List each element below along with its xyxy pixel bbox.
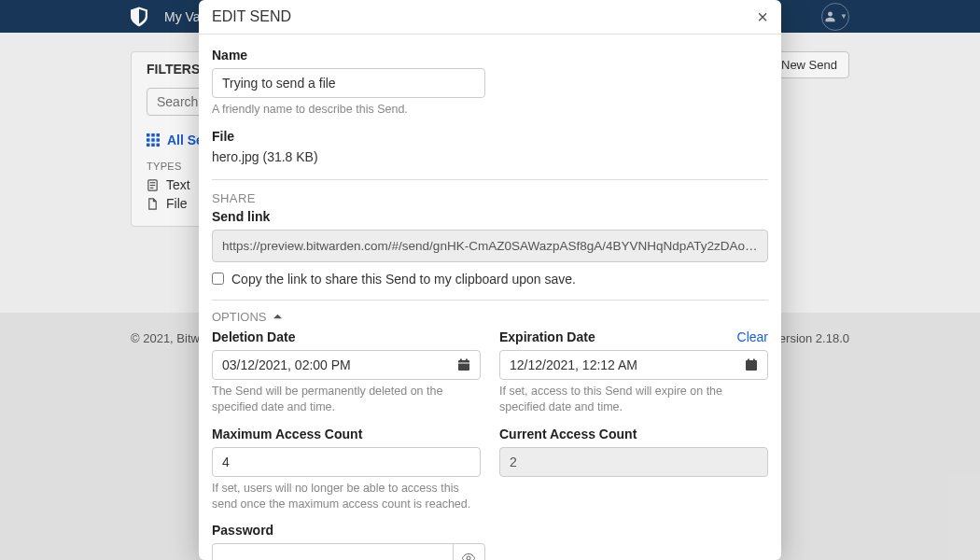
deletion-date-label: Deletion Date (212, 329, 481, 344)
password-input[interactable] (212, 543, 453, 560)
svg-rect-1 (151, 133, 155, 137)
send-link-label: Send link (212, 209, 768, 224)
svg-rect-4 (151, 138, 155, 142)
deletion-help: The Send will be permanently deleted on … (212, 384, 481, 415)
svg-rect-20 (753, 358, 755, 361)
max-access-label: Maximum Access Count (212, 427, 481, 441)
file-value: hero.jpg (31.8 KB) (212, 149, 768, 164)
file-label: File (212, 129, 768, 144)
clear-expiration-button[interactable]: Clear (737, 329, 768, 344)
max-access-input[interactable] (212, 447, 481, 477)
svg-rect-5 (157, 138, 161, 142)
modal-title: EDIT SEND (212, 8, 291, 25)
current-access-label: Current Access Count (499, 427, 768, 441)
toggle-password-button[interactable] (453, 543, 485, 560)
text-icon (147, 179, 159, 191)
svg-rect-19 (748, 358, 749, 361)
avatar-icon (823, 9, 837, 23)
chevron-up-icon (273, 312, 283, 322)
expiration-help: If set, access to this Send will expire … (499, 384, 768, 415)
caret-down-icon: ▼ (840, 12, 847, 21)
svg-rect-16 (460, 358, 462, 361)
svg-rect-6 (147, 144, 150, 147)
share-section: SHARE (212, 179, 768, 205)
copy-on-save-row[interactable]: Copy the link to share this Send to my c… (212, 272, 768, 287)
svg-point-21 (467, 556, 470, 560)
expiration-date-label: Expiration Date (499, 329, 595, 344)
name-input[interactable] (212, 68, 485, 98)
send-link-value[interactable]: https://preview.bitwarden.com/#/send/gnH… (212, 230, 768, 262)
current-access-value (499, 447, 768, 477)
svg-rect-8 (157, 144, 161, 147)
copy-on-save-label: Copy the link to share this Send to my c… (231, 272, 576, 287)
options-toggle[interactable]: OPTIONS (212, 301, 768, 324)
deletion-date-input[interactable]: 03/12/2021, 02:00 PM (212, 350, 481, 380)
close-button[interactable]: × (757, 7, 768, 26)
expiration-date-input[interactable]: 12/12/2021, 12:12 AM (499, 350, 768, 380)
svg-rect-17 (466, 358, 468, 361)
svg-rect-18 (746, 360, 757, 371)
name-help: A friendly name to describe this Send. (212, 102, 768, 118)
calendar-icon (745, 358, 758, 371)
grid-icon (147, 133, 160, 147)
name-label: Name (212, 48, 768, 63)
svg-rect-7 (151, 144, 155, 147)
svg-rect-3 (147, 138, 150, 142)
edit-send-modal: EDIT SEND × Name A friendly name to desc… (199, 0, 781, 560)
shield-icon (131, 7, 147, 27)
password-label: Password (212, 523, 768, 538)
file-icon (147, 198, 159, 210)
version: Version 2.18.0 (772, 331, 849, 345)
account-menu[interactable]: ▼ (821, 3, 849, 31)
eye-icon (461, 551, 476, 560)
copy-on-save-checkbox[interactable] (212, 273, 224, 285)
svg-rect-2 (157, 133, 161, 137)
max-access-help: If set, users will no longer be able to … (212, 481, 481, 512)
calendar-icon (457, 358, 470, 371)
svg-rect-0 (147, 133, 150, 137)
